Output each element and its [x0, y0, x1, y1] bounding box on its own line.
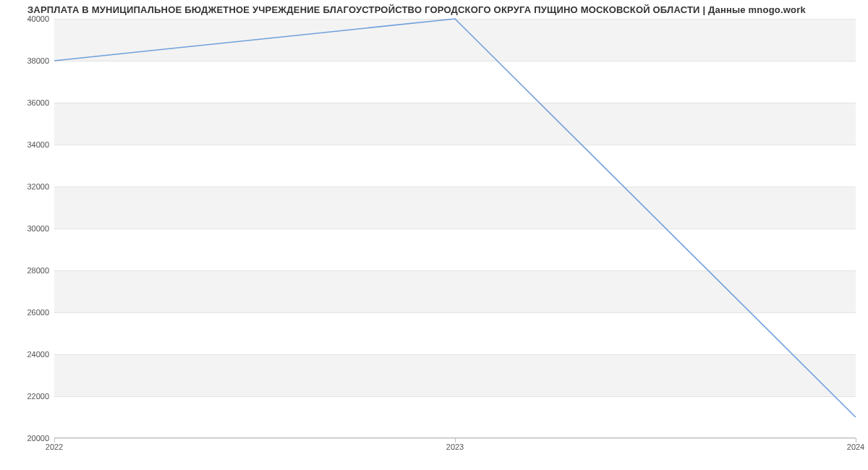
salary-line-chart: ЗАРПЛАТА В МУНИЦИПАЛЬНОЕ БЮДЖЕТНОЕ УЧРЕЖ…	[0, 0, 868, 470]
series-line	[54, 19, 856, 417]
y-tick-label: 32000	[6, 182, 49, 191]
y-tick-label: 26000	[6, 308, 49, 317]
y-tick-label: 40000	[6, 14, 49, 23]
line-layer	[54, 19, 856, 438]
x-tick-mark	[455, 438, 456, 443]
y-tick-label: 24000	[6, 350, 49, 359]
x-tick-mark	[856, 438, 856, 443]
x-tick-label: 2023	[446, 443, 464, 451]
y-tick-label: 38000	[6, 56, 49, 65]
x-tick-mark	[54, 438, 55, 443]
y-tick-label: 22000	[6, 392, 49, 401]
chart-title: ЗАРПЛАТА В МУНИЦИПАЛЬНОЕ БЮДЖЕТНОЕ УЧРЕЖ…	[27, 4, 806, 15]
y-tick-label: 30000	[6, 224, 49, 233]
y-tick-label: 20000	[6, 434, 49, 443]
x-tick-label: 2022	[46, 443, 63, 451]
x-tick-label: 2024	[847, 443, 864, 451]
y-tick-label: 36000	[6, 98, 49, 107]
y-tick-label: 28000	[6, 266, 49, 275]
y-tick-label: 34000	[6, 140, 49, 149]
